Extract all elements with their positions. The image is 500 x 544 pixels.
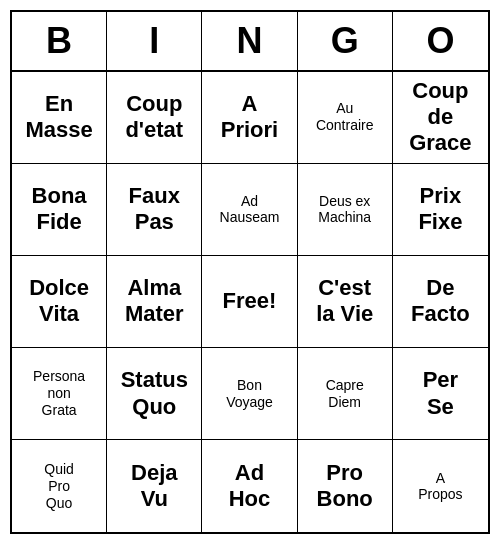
bingo-cell: AdHoc	[202, 440, 297, 532]
header-letter: N	[202, 12, 297, 70]
bingo-cell: BonVoyage	[202, 348, 297, 440]
bingo-cell: APropos	[393, 440, 488, 532]
bingo-cell: EnMasse	[12, 72, 107, 164]
bingo-cell: PerSe	[393, 348, 488, 440]
bingo-cell: DejaVu	[107, 440, 202, 532]
bingo-cell: CoupdeGrace	[393, 72, 488, 164]
bingo-cell: CapreDiem	[298, 348, 393, 440]
bingo-cell: Deus exMachina	[298, 164, 393, 256]
bingo-cell: ProBono	[298, 440, 393, 532]
bingo-cell: QuidProQuo	[12, 440, 107, 532]
bingo-cell: PrixFixe	[393, 164, 488, 256]
header-letter: G	[298, 12, 393, 70]
bingo-cell: Free!	[202, 256, 297, 348]
header-letter: B	[12, 12, 107, 70]
bingo-cell: APriori	[202, 72, 297, 164]
bingo-cell: AdNauseam	[202, 164, 297, 256]
bingo-grid: EnMasseCoupd'etatAPrioriAuContraireCoupd…	[12, 72, 488, 533]
bingo-cell: AlmaMater	[107, 256, 202, 348]
bingo-cell: FauxPas	[107, 164, 202, 256]
bingo-cell: PersonanonGrata	[12, 348, 107, 440]
bingo-cell: Coupd'etat	[107, 72, 202, 164]
bingo-cell: StatusQuo	[107, 348, 202, 440]
bingo-cell: C'estla Vie	[298, 256, 393, 348]
bingo-card: BINGO EnMasseCoupd'etatAPrioriAuContrair…	[10, 10, 490, 535]
header-letter: O	[393, 12, 488, 70]
bingo-header: BINGO	[12, 12, 488, 72]
bingo-cell: AuContraire	[298, 72, 393, 164]
bingo-cell: DeFacto	[393, 256, 488, 348]
bingo-cell: BonaFide	[12, 164, 107, 256]
bingo-cell: DolceVita	[12, 256, 107, 348]
header-letter: I	[107, 12, 202, 70]
